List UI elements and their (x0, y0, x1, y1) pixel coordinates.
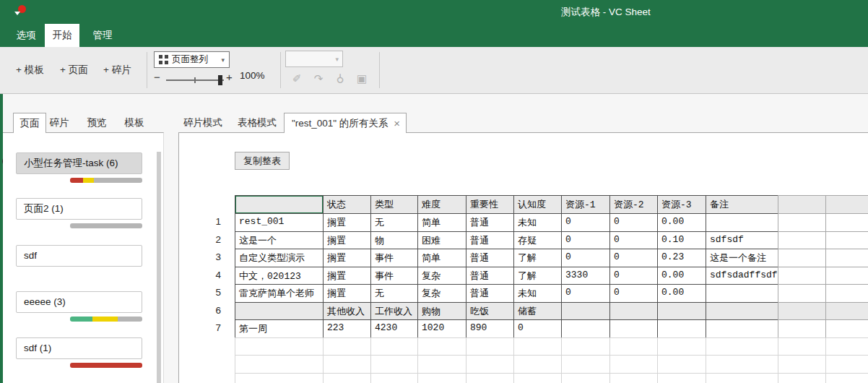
table-cell[interactable] (778, 213, 825, 231)
table-cell[interactable] (657, 373, 706, 383)
table-cell[interactable] (825, 373, 868, 383)
table-cell[interactable] (778, 373, 825, 383)
table-cell[interactable]: 0 (561, 284, 609, 302)
sidebar-page-item[interactable]: eeeee (3) (16, 291, 142, 313)
table-cell[interactable]: 0 (561, 249, 609, 267)
table-cell[interactable] (417, 355, 466, 373)
table-cell[interactable] (706, 284, 778, 302)
table-cell[interactable] (370, 355, 417, 373)
table-cell[interactable] (778, 284, 825, 302)
table-cell[interactable] (323, 337, 370, 356)
table-cell[interactable] (825, 249, 868, 267)
table-cell[interactable] (323, 355, 370, 373)
column-header-cell[interactable]: 难度 (417, 195, 466, 213)
table-cell[interactable]: 吃饭 (466, 302, 513, 320)
sidebar-tab-templates[interactable]: 模板 (118, 113, 150, 132)
table-cell[interactable] (825, 284, 868, 302)
table-cell[interactable]: 0.23 (657, 249, 706, 267)
table-cell[interactable] (561, 337, 609, 356)
table-cell[interactable] (657, 337, 706, 356)
table-cell[interactable]: 搁置 (323, 213, 370, 231)
table-cell[interactable] (235, 337, 323, 356)
table-cell[interactable] (778, 267, 825, 285)
table-cell[interactable] (825, 355, 868, 373)
table-cell[interactable]: 工作收入 (370, 302, 417, 320)
table-cell[interactable] (561, 373, 609, 383)
add-fragment-button[interactable]: + 碎片 (100, 47, 134, 93)
quick-menu-caret-icon[interactable] (14, 12, 20, 15)
table-cell[interactable]: 0.10 (657, 231, 706, 249)
table-cell[interactable] (706, 373, 778, 383)
main-tab-rest001-relations[interactable]: "rest_001" 的所有关系 × (284, 113, 407, 133)
table-cell[interactable]: 普通 (466, 267, 513, 285)
table-cell[interactable]: 普通 (466, 249, 513, 267)
sidebar-page-item[interactable]: 小型任务管理-task (6) (16, 152, 142, 174)
pin-icon[interactable]: ⚲ (333, 72, 347, 86)
table-cell[interactable] (561, 355, 609, 373)
table-cell[interactable]: 0 (609, 267, 657, 285)
column-header-cell[interactable]: 类型 (370, 195, 417, 213)
table-cell[interactable]: 0 (513, 319, 561, 337)
table-cell[interactable] (417, 337, 466, 356)
column-header-cell[interactable]: 资源-1 (561, 195, 609, 213)
table-cell[interactable]: 223 (323, 319, 370, 337)
table-cell[interactable]: 未知 (513, 284, 561, 302)
table-cell[interactable]: 未知 (513, 213, 561, 231)
table-cell[interactable] (825, 302, 868, 320)
column-header-cell[interactable]: 资源-2 (609, 195, 657, 213)
table-cell[interactable]: sdfsdadffsdff (706, 267, 778, 285)
table-cell[interactable] (513, 355, 561, 373)
disabled-combobox[interactable]: ▾ (285, 51, 343, 67)
table-cell[interactable] (657, 302, 706, 320)
table-cell[interactable] (825, 213, 868, 231)
redo-arrow-icon[interactable]: ↷ (311, 72, 326, 86)
column-header-cell[interactable]: 状态 (323, 195, 370, 213)
table-cell[interactable] (778, 319, 825, 337)
table-cell[interactable] (513, 373, 561, 383)
table-cell[interactable] (370, 337, 417, 356)
table-cell[interactable] (417, 373, 466, 383)
table-cell[interactable] (778, 302, 825, 320)
table-cell[interactable]: 第一周 (235, 319, 323, 337)
column-header-cell[interactable] (778, 195, 825, 213)
table-cell[interactable]: 事件 (370, 249, 417, 267)
table-cell[interactable]: 自定义类型演示 (235, 249, 323, 267)
add-page-button[interactable]: + 页面 (57, 47, 91, 93)
table-cell[interactable]: 困难 (417, 231, 466, 249)
table-cell[interactable]: 存疑 (513, 231, 561, 249)
table-cell[interactable]: 无 (370, 284, 417, 302)
copy-whole-table-button[interactable]: 复制整表 (235, 152, 290, 170)
table-cell[interactable]: 复杂 (417, 284, 466, 302)
table-cell[interactable] (370, 373, 417, 383)
close-tab-icon[interactable]: × (394, 118, 400, 129)
table-cell[interactable] (609, 373, 657, 383)
table-cell[interactable]: 0.00 (657, 213, 706, 231)
add-template-button[interactable]: + 模板 (13, 47, 47, 93)
table-cell[interactable]: 雷克萨简单个老师 (235, 284, 323, 302)
table-cell[interactable]: 0 (561, 213, 609, 231)
menu-tab-home[interactable]: 开始 (45, 24, 79, 47)
table-cell[interactable] (825, 337, 868, 356)
table-cell[interactable]: 复杂 (417, 267, 466, 285)
table-cell[interactable]: 储蓄 (513, 302, 561, 320)
table-cell[interactable] (561, 302, 609, 320)
table-cell[interactable]: 0 (561, 231, 609, 249)
table-cell[interactable] (657, 319, 706, 337)
column-header-cell[interactable]: 备注 (706, 195, 778, 213)
table-cell[interactable] (706, 319, 778, 337)
table-cell[interactable]: 0 (609, 231, 657, 249)
table-cell[interactable]: 0 (609, 213, 657, 231)
table-cell[interactable]: 0 (609, 284, 657, 302)
table-cell[interactable] (609, 337, 657, 356)
table-cell[interactable] (825, 319, 868, 337)
zoom-out-button[interactable]: − (154, 71, 160, 83)
table-cell[interactable] (778, 231, 825, 249)
checked-box-icon[interactable]: ▣ (355, 72, 369, 86)
table-cell[interactable]: 无 (370, 213, 417, 231)
table-cell[interactable]: rest_001 (235, 213, 323, 231)
table-cell[interactable] (825, 231, 868, 249)
table-cell[interactable]: 890 (466, 319, 513, 337)
table-cell[interactable] (235, 355, 323, 373)
table-cell[interactable]: 0 (609, 249, 657, 267)
table-cell[interactable] (323, 373, 370, 383)
